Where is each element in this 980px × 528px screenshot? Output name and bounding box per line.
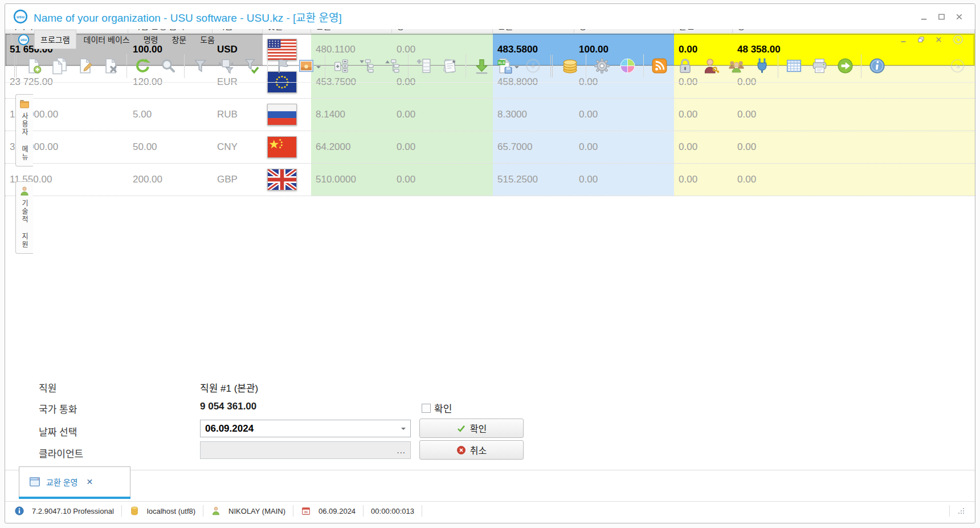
plug-icon[interactable] xyxy=(749,52,775,80)
cell-sell_amount[interactable]: 0.00 xyxy=(574,99,674,131)
new-document-icon[interactable] xyxy=(21,52,47,80)
table-row-rub[interactable]: 184 000.005.00RUB8.14000.008.30000.000.0… xyxy=(5,99,975,131)
cell-buy_rate[interactable]: 8.1400 xyxy=(311,99,392,131)
rss-icon[interactable] xyxy=(647,52,672,80)
cell-national_amount[interactable]: 0.00 xyxy=(733,99,975,131)
copy-document-icon[interactable] xyxy=(47,52,72,80)
go-next-icon[interactable] xyxy=(832,52,858,80)
menu-drag-handle xyxy=(11,34,13,45)
info-icon[interactable] xyxy=(864,52,890,80)
cell-name[interactable]: GBP xyxy=(213,164,263,196)
settings-icon[interactable] xyxy=(589,52,615,80)
menu-item[interactable]: 도움 xyxy=(194,30,221,49)
cell-buy_amount[interactable]: 0.00 xyxy=(392,164,493,196)
flag-ru-icon xyxy=(267,104,297,125)
filter-check-icon[interactable] xyxy=(239,52,264,80)
cell-national_amount[interactable]: 0.00 xyxy=(733,131,975,163)
export-xls-icon[interactable]: XLS xyxy=(495,52,520,80)
cell-discount[interactable]: 0.00 xyxy=(674,164,733,196)
tree-expand-icon[interactable] xyxy=(379,52,405,80)
cell-sell_rate[interactable]: 8.3000 xyxy=(493,99,574,131)
cell-buy_amount[interactable]: 0.00 xyxy=(392,99,493,131)
child-minimize-button[interactable] xyxy=(900,36,907,43)
tab-label: 교환 운영 xyxy=(46,476,77,488)
tab-close-icon[interactable]: ✕ xyxy=(86,477,93,486)
user-key-icon[interactable] xyxy=(698,52,724,80)
child-restore-button[interactable] xyxy=(917,36,925,43)
cell-name[interactable]: CNY xyxy=(213,131,263,163)
cell-buy_rate[interactable]: 64.2000 xyxy=(311,131,392,163)
reports-icon[interactable] xyxy=(437,52,463,80)
svg-text:31: 31 xyxy=(304,510,308,514)
menu-item[interactable]: 명령 xyxy=(137,30,165,49)
print-icon[interactable] xyxy=(807,52,832,80)
cell-sell_amount[interactable]: 0.00 xyxy=(574,164,674,196)
toolbar-separator xyxy=(325,54,325,78)
refresh-icon[interactable] xyxy=(130,52,156,80)
client-label: 클라이언트 xyxy=(39,446,83,460)
levels-icon[interactable] xyxy=(328,52,354,80)
filter-icon[interactable] xyxy=(187,52,213,80)
side-tab-user-menu[interactable]: 사용자 메뉴 xyxy=(15,94,33,166)
confirm-checkbox-row: 확인 xyxy=(422,401,452,415)
status-database: localhost (utf8) xyxy=(147,507,195,515)
resize-grip[interactable] xyxy=(957,506,966,515)
cancel-button[interactable]: 취소 xyxy=(419,440,524,460)
filter-columns-icon[interactable] xyxy=(213,52,239,80)
coins-icon[interactable] xyxy=(557,52,583,80)
close-button[interactable] xyxy=(955,13,963,21)
menu-item[interactable]: 창문 xyxy=(165,30,193,49)
delete-document-icon[interactable] xyxy=(98,52,124,80)
toolbar: XLS xyxy=(5,50,975,83)
child-close-button[interactable] xyxy=(935,36,942,43)
cancel-icon xyxy=(456,445,466,455)
confirm-checkbox[interactable] xyxy=(422,404,431,413)
cell-flag xyxy=(263,164,311,196)
search-icon[interactable] xyxy=(156,52,181,80)
table-row-gbp[interactable]: 11 550.00200.00GBP510.00000.00515.25000.… xyxy=(5,164,975,196)
national-currency-label: 국가 통화 xyxy=(39,401,77,416)
lock-icon[interactable] xyxy=(672,52,698,80)
colors-icon[interactable] xyxy=(615,52,640,80)
side-tab-tech-support[interactable]: 기술적 지원 xyxy=(15,181,33,254)
dropdown-caret-icon[interactable] xyxy=(316,66,321,71)
add-column-icon[interactable] xyxy=(411,52,437,80)
cell-discount[interactable]: 0.00 xyxy=(674,131,733,163)
status-info-icon xyxy=(14,506,24,516)
confirm-checkbox-label: 확인 xyxy=(434,401,452,415)
minimize-button[interactable] xyxy=(920,13,928,21)
date-dropdown-icon[interactable] xyxy=(401,428,406,432)
import-icon[interactable] xyxy=(469,52,495,80)
cell-national_amount[interactable]: 0.00 xyxy=(733,164,975,196)
dropdown-caret-icon[interactable] xyxy=(514,66,519,71)
cell-flag xyxy=(263,131,311,163)
cell-sell_rate[interactable]: 65.7000 xyxy=(493,131,574,163)
menu-overflow-icon[interactable] xyxy=(953,34,963,45)
cell-buy_rate[interactable]: 510.0000 xyxy=(311,164,392,196)
maximize-button[interactable] xyxy=(937,13,946,21)
edit-document-icon[interactable] xyxy=(72,52,98,80)
tab-exchange-operations[interactable]: 교환 운영 ✕ xyxy=(19,466,130,499)
menu-item[interactable]: 데이터 베이스 xyxy=(77,30,136,49)
flag-icon[interactable] xyxy=(271,52,296,80)
cell-bank_rate[interactable]: 200.00 xyxy=(128,164,213,196)
table-row-cny[interactable]: 313 000.0050.00CNY64.20000.0065.70000.00… xyxy=(5,131,975,164)
grid-icon[interactable] xyxy=(781,52,807,80)
tree-collapse-icon[interactable] xyxy=(354,52,379,80)
client-input[interactable]: ... xyxy=(200,441,411,459)
confirm-button[interactable]: 확인 xyxy=(419,419,524,438)
date-input[interactable]: 06.09.2024 xyxy=(200,420,411,437)
menu-item[interactable]: 프로그램 xyxy=(34,30,76,49)
cell-buy_amount[interactable]: 0.00 xyxy=(392,131,493,163)
picture-icon[interactable] xyxy=(296,52,322,80)
users-icon[interactable] xyxy=(724,52,749,80)
client-browse-button[interactable]: ... xyxy=(397,445,406,455)
cell-sell_amount[interactable]: 0.00 xyxy=(574,131,674,163)
cell-discount[interactable]: 0.00 xyxy=(674,99,733,131)
cell-name[interactable]: RUB xyxy=(213,99,263,131)
cell-sell_rate[interactable]: 515.2500 xyxy=(493,164,574,196)
cell-bank_rate[interactable]: 50.00 xyxy=(128,131,213,163)
side-tab-strip: 사용자 메뉴기술적 지원 xyxy=(15,94,33,269)
toolbar-drag-handle xyxy=(14,55,17,78)
cell-bank_rate[interactable]: 5.00 xyxy=(128,99,213,131)
